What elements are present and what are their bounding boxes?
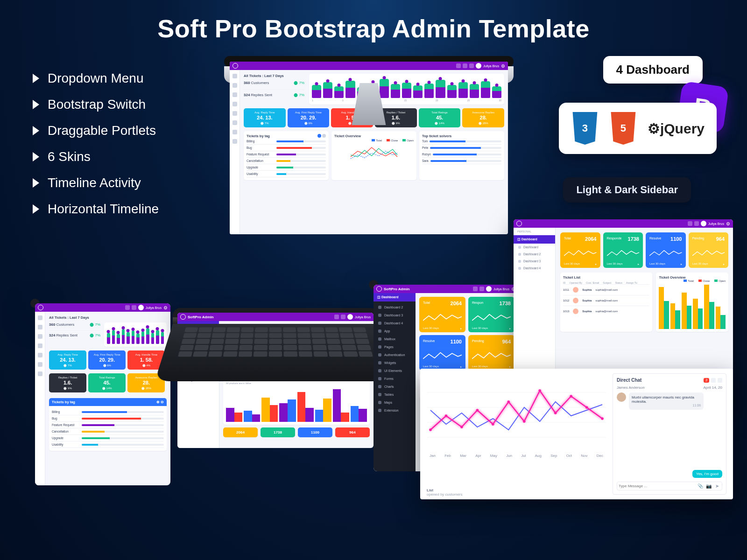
css3-icon: [571, 112, 599, 145]
kpi-card: Avg. Reply Time24. 13.⬤ 7%: [49, 350, 86, 370]
feature-item: Timeline Activity: [48, 175, 141, 190]
svg-point-14: [585, 406, 588, 409]
tag-row: Upgrade: [247, 164, 326, 171]
sidebar-item[interactable]: Dashboard 4: [374, 319, 416, 327]
tag-row: Bug: [247, 145, 326, 151]
tags-list: BillingBugFeature RequestCancellationUpg…: [247, 138, 326, 177]
avatar: [617, 392, 626, 402]
sidebar-item[interactable]: Charts: [374, 383, 416, 391]
stat-tiles: Total2064Last 30 days▸Respon1738Last 30 …: [419, 297, 514, 371]
solver-row: Tom: [422, 138, 501, 145]
sidebar-item[interactable]: Mailbox: [374, 335, 416, 343]
sidebar-item[interactable]: App: [374, 327, 416, 335]
tablet-dark-mockup: SoftPro AdminJuliya Brus⚙ ◫ Dashboard Da…: [369, 280, 378, 289]
feature-item: Dropdown Menu: [48, 71, 143, 86]
replies-value: 324: [244, 93, 250, 97]
svg-point-11: [538, 389, 541, 392]
analytics-panel: JanFebMarAprMayJunJulAugSepOctNovDec Dir…: [420, 369, 733, 499]
sidebar-item[interactable]: Dashboard 4: [514, 265, 555, 272]
chevron-right-icon: [33, 152, 39, 161]
app-topbar: Juliya Brus ⚙: [230, 62, 508, 70]
overview-chart: [334, 143, 414, 161]
attachment-icon[interactable]: 📎: [697, 483, 704, 489]
solver-row: Robyn: [422, 151, 501, 158]
kpi-card: Avg. First Reply Time20. 29.⬤ 6%: [88, 350, 126, 370]
fullscreen-icon[interactable]: [132, 305, 136, 310]
brand-name: SoftPro Admin: [188, 315, 214, 319]
user-name[interactable]: Juliya Brus: [483, 64, 499, 68]
tag-row: Feature Request: [247, 151, 326, 158]
svg-point-8: [492, 423, 494, 426]
tickets-heading: All Tickets : Last 7 Days: [244, 74, 304, 78]
chat-title: Direct Chat: [617, 378, 641, 383]
hero-title: Soft Pro Bootstrap Admin Template: [0, 0, 747, 43]
stat-tile: Responde1738Last 30 days▸: [603, 232, 643, 268]
solver-row: Sara: [422, 158, 501, 164]
sidebar-item[interactable]: Dashboard 2: [374, 303, 416, 311]
search-icon[interactable]: [125, 305, 130, 310]
tablet-left-mockup: Juliya Brus⚙ All Tickets : Last 7 Days 3…: [30, 299, 40, 308]
fullscreen-icon[interactable]: [463, 63, 467, 68]
solvers-list: TomPeteRobynSara: [422, 138, 501, 164]
stat-tile: Resolve1100Last 30 days▸: [646, 232, 686, 268]
feature-item: Horizontal Timeline: [48, 202, 159, 217]
sidebar-item[interactable]: Maps: [374, 399, 416, 406]
sidebar-item[interactable]: Authentication: [374, 351, 416, 359]
svg-point-9: [507, 400, 510, 403]
minus-icon[interactable]: [711, 378, 716, 383]
sidebar-item[interactable]: Dashboard 3: [374, 311, 416, 319]
month-axis: JanFebMarAprMayJunJulAugSepOctNovDec: [427, 454, 606, 458]
stat-tile: Total2064Last 30 days▸: [560, 232, 600, 268]
sidebar-item[interactable]: Forms: [374, 375, 416, 383]
customers-value: 360: [244, 81, 250, 85]
html5-icon: [609, 112, 637, 145]
mail-icon[interactable]: [469, 63, 474, 68]
sidebar-item[interactable]: Dashboard 2: [514, 251, 555, 258]
sidebar-item-dashboard[interactable]: ◫ Dashboard: [374, 293, 416, 301]
sidebar-item[interactable]: Dashboard 3: [514, 258, 555, 265]
sidebar-item-dashboard[interactable]: ◫ Dashboard: [514, 235, 555, 244]
svg-point-4: [429, 428, 432, 431]
sidebar-item[interactable]: Dashboard: [514, 244, 555, 251]
chat-input[interactable]: [619, 483, 695, 489]
ticket-list-title: Ticket List: [563, 275, 649, 280]
stat-tiles: Total2064Last 30 days▸Responde1738Last 3…: [560, 232, 728, 268]
badge-icon: 3: [704, 378, 709, 383]
stat-tile: Resolve1100Last 30 days▸: [419, 335, 465, 371]
footer-stat-row: 2064 1738 1100 964: [223, 427, 370, 437]
search-icon[interactable]: [456, 63, 461, 68]
sidebar-item[interactable]: Extension: [374, 406, 416, 414]
close-icon[interactable]: [718, 378, 722, 383]
feature-item: 6 Skins: [48, 149, 91, 164]
sidebar-item[interactable]: Tables: [374, 391, 416, 399]
overview-title: Ticket Overview: [334, 134, 414, 138]
tag-row: Billing: [52, 409, 164, 415]
table-row[interactable]: 1011Sophiasophia@mail.com: [563, 284, 649, 295]
stat-tile: Total2064Last 30 days▸: [419, 297, 465, 332]
svg-point-7: [476, 409, 479, 412]
gear-icon[interactable]: ⚙: [163, 305, 168, 310]
chevron-right-icon: [33, 100, 39, 109]
kpi-card: Avg. First Reply Time20. 29.⬤ 6%: [288, 108, 330, 127]
svg-point-15: [601, 417, 604, 420]
kpi-card: Avg. Reply Time24. 13.⬤ 7%: [244, 108, 286, 127]
tag-row: Cancellation: [247, 158, 326, 164]
kpi-card: Total Ratings45.⬤ 14%: [88, 373, 126, 392]
traffic-line-chart: [427, 373, 606, 453]
avatar[interactable]: [476, 63, 481, 69]
table-row[interactable]: 1013Sophiasophia@mail.com: [563, 306, 649, 316]
avatar[interactable]: [138, 305, 144, 310]
gear-icon[interactable]: ⚙: [501, 63, 505, 69]
sidebar-item[interactable]: Pages: [374, 343, 416, 351]
jquery-logo: ⚙jQuery: [648, 120, 705, 137]
app-logo-icon: [233, 63, 238, 69]
table-row[interactable]: 1012Sophiasophia@mail.com: [563, 295, 649, 306]
sidebar-item[interactable]: Widgets: [374, 359, 416, 367]
sidebar-theme-badge: Light & Dark Sidebar: [563, 177, 691, 203]
camera-icon[interactable]: 📷: [705, 483, 712, 489]
send-icon[interactable]: ➤: [714, 483, 720, 489]
stat-tile: Pending964Last 30 days▸: [468, 335, 514, 371]
tag-row: Upgrade: [52, 435, 164, 441]
kpi-card: Awesome Replies28.⬤ 28%: [462, 108, 504, 127]
sidebar-item[interactable]: UI Elements: [374, 367, 416, 375]
